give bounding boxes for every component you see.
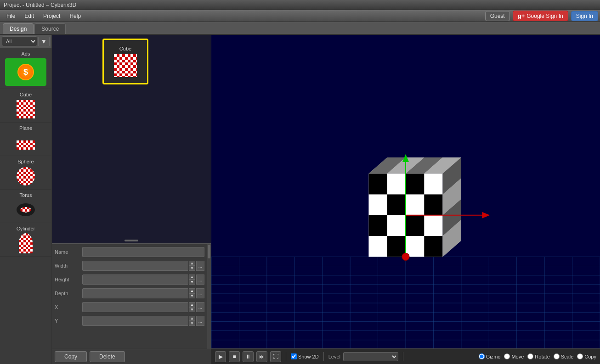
- pause-button[interactable]: ⏸: [243, 351, 254, 362]
- signin-button[interactable]: Sign In: [571, 11, 598, 21]
- properties-panel: Name Width ▲ ▼: [52, 243, 211, 349]
- plane-icon: [17, 140, 35, 150]
- prop-width-down[interactable]: ▼: [189, 266, 195, 271]
- drag-handle[interactable]: [125, 240, 138, 241]
- auth-area: Guest g+ Google Sign In Sign In: [485, 11, 598, 21]
- torus-icon-container: [16, 200, 36, 220]
- prop-y-more[interactable]: ...: [196, 316, 204, 326]
- menu-edit[interactable]: Edit: [20, 11, 39, 21]
- level-select[interactable]: [343, 352, 398, 361]
- gizmo-radio[interactable]: [479, 353, 485, 359]
- prop-height-down[interactable]: ▼: [189, 280, 195, 285]
- prop-content: Name Width ▲ ▼: [52, 244, 207, 349]
- guest-button[interactable]: Guest: [485, 11, 510, 21]
- google-signin-button[interactable]: g+ Google Sign In: [513, 11, 568, 21]
- menu-bar: File Edit Project Help Guest g+ Google S…: [0, 10, 600, 22]
- prop-x-up[interactable]: ▲: [189, 302, 195, 307]
- middle-panel: Cube Name Width: [52, 35, 211, 364]
- 3d-viewport[interactable]: ▶ ■ ⏸ ⏭ ⛶ Show 2D Level Gizmo: [211, 35, 600, 364]
- prop-width-more[interactable]: ...: [196, 261, 204, 271]
- next-button[interactable]: ⏭: [256, 351, 267, 362]
- torus-icon: [17, 203, 35, 216]
- tab-design[interactable]: Design: [3, 23, 34, 34]
- prop-height-label: Height: [55, 277, 82, 282]
- plane-label: Plane: [19, 125, 32, 131]
- prop-depth-spinners: ▲ ▼: [189, 288, 195, 298]
- library-item-cylinder[interactable]: Cylinder: [0, 223, 51, 257]
- tab-source-label: Source: [41, 26, 59, 32]
- prop-width-label: Width: [55, 263, 82, 269]
- show2d-checkbox-label[interactable]: Show 2D: [291, 353, 319, 359]
- prop-x-spinners: ▲ ▼: [189, 302, 195, 312]
- library-filter-arrow[interactable]: ▼: [38, 37, 50, 46]
- rotate-radio[interactable]: [527, 353, 533, 359]
- plane-icon-container: [16, 133, 36, 153]
- scale-radio[interactable]: [554, 353, 560, 359]
- title-bar: Project - Untitled – Cyberix3D: [0, 0, 600, 10]
- ads-label: Ads: [22, 51, 30, 56]
- prop-depth-input[interactable]: [82, 288, 188, 298]
- cube-label: Cube: [20, 92, 32, 97]
- prop-x-label: X: [55, 304, 82, 310]
- prop-name-input-group: [82, 247, 204, 257]
- prop-row-x: X ▲ ▼ ...: [55, 301, 204, 313]
- tab-bar: Design Source: [0, 22, 600, 35]
- scene-cube-card[interactable]: Cube: [102, 39, 148, 84]
- torus-label: Torus: [20, 192, 32, 198]
- copy-button[interactable]: Copy: [55, 351, 87, 362]
- prop-height-more[interactable]: ...: [196, 274, 204, 285]
- prop-depth-down[interactable]: ▼: [189, 293, 195, 298]
- cylinder-label: Cylinder: [17, 226, 35, 231]
- copy-option[interactable]: Copy: [577, 353, 596, 359]
- scale-option[interactable]: Scale: [554, 353, 574, 359]
- fullscreen-button[interactable]: ⛶: [270, 351, 281, 362]
- toolbar-sep-1: [286, 352, 286, 361]
- prop-x-more[interactable]: ...: [196, 302, 204, 312]
- delete-button[interactable]: Delete: [90, 351, 125, 362]
- show2d-checkbox[interactable]: [291, 353, 297, 359]
- library-item-plane[interactable]: Plane: [0, 123, 51, 156]
- tab-source[interactable]: Source: [34, 23, 66, 34]
- library-item-cube[interactable]: Cube: [0, 89, 51, 123]
- google-signin-label: Google Sign In: [526, 13, 563, 19]
- scene-view[interactable]: Cube: [52, 35, 211, 243]
- ads-icon-container: $: [5, 58, 46, 86]
- show2d-label: Show 2D: [298, 354, 319, 359]
- stop-button[interactable]: ■: [229, 351, 240, 362]
- menu-project[interactable]: Project: [39, 11, 65, 21]
- svg-rect-35: [387, 236, 406, 257]
- library-filter-select[interactable]: All: [2, 36, 37, 46]
- menu-file[interactable]: File: [2, 11, 20, 21]
- prop-y-input[interactable]: [82, 316, 188, 326]
- rotate-option[interactable]: Rotate: [527, 353, 549, 359]
- copy-radio[interactable]: [577, 353, 583, 359]
- prop-name-input[interactable]: [82, 247, 204, 257]
- prop-height-input-group: ▲ ▼ ...: [82, 274, 204, 285]
- prop-scrollbar[interactable]: [207, 244, 211, 349]
- prop-width-up[interactable]: ▲: [189, 261, 195, 266]
- prop-y-up[interactable]: ▲: [189, 316, 195, 321]
- prop-height-up[interactable]: ▲: [189, 274, 195, 280]
- library-item-ads[interactable]: Ads $: [0, 48, 51, 89]
- move-radio[interactable]: [504, 353, 510, 359]
- asset-library: All ▼ Ads $ Cube Plane: [0, 35, 52, 364]
- menu-help[interactable]: Help: [65, 11, 85, 21]
- toolbar-sep-3: [403, 352, 403, 361]
- library-item-sphere[interactable]: Sphere: [0, 156, 51, 190]
- prop-y-down[interactable]: ▼: [189, 321, 195, 326]
- svg-rect-33: [368, 215, 387, 236]
- scale-label: Scale: [561, 354, 574, 359]
- prop-x-down[interactable]: ▼: [189, 307, 195, 312]
- main-layout: All ▼ Ads $ Cube Plane: [0, 35, 600, 364]
- gizmo-option[interactable]: Gizmo: [479, 353, 501, 359]
- move-option[interactable]: Move: [504, 353, 524, 359]
- bottom-buttons: Copy Delete: [52, 349, 211, 364]
- prop-height-input[interactable]: [82, 274, 188, 285]
- prop-x-input[interactable]: [82, 302, 188, 312]
- prop-depth-up[interactable]: ▲: [189, 288, 195, 293]
- play-button[interactable]: ▶: [215, 351, 226, 362]
- prop-depth-more[interactable]: ...: [196, 288, 204, 298]
- scene-cube-label: Cube: [119, 46, 131, 51]
- library-item-torus[interactable]: Torus: [0, 190, 51, 223]
- prop-width-input[interactable]: [82, 261, 188, 271]
